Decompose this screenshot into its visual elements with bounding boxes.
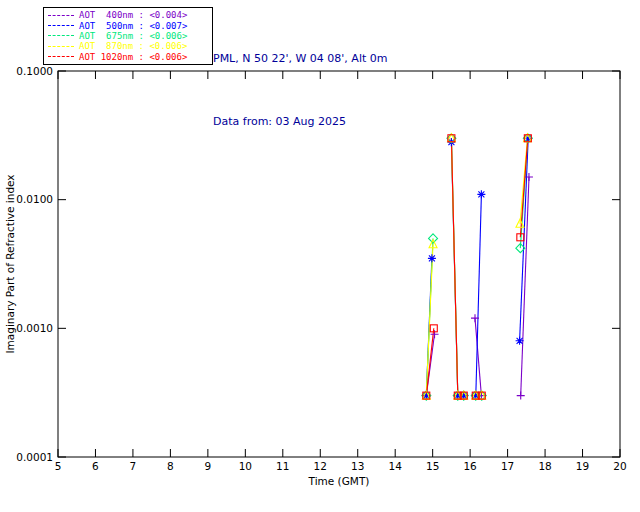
legend-item-label: AOT 675nm : <0.006> bbox=[79, 31, 187, 41]
x-tick-label: 10 bbox=[239, 460, 252, 472]
x-tick-label: 6 bbox=[92, 460, 99, 472]
x-tick-label: 7 bbox=[130, 460, 137, 472]
x-tick-label: 19 bbox=[576, 460, 589, 472]
legend-item-label: AOT 870nm : <0.006> bbox=[79, 41, 187, 51]
x-tick-label: 15 bbox=[426, 460, 439, 472]
series-line-aot-870nm bbox=[451, 138, 463, 395]
series-line-aot-500nm bbox=[451, 142, 463, 396]
y-tick-label: 0.1000 bbox=[16, 65, 53, 77]
x-tick-label: 5 bbox=[55, 460, 62, 472]
marker-asterisk bbox=[516, 337, 524, 345]
y-axis-title: Imaginary Part of Refractive index bbox=[4, 174, 16, 353]
legend-item: AOT 400nm : <0.004> bbox=[48, 10, 208, 20]
x-tick-label: 13 bbox=[351, 460, 364, 472]
series-line-aot-1020nm bbox=[451, 138, 463, 395]
marker-plus bbox=[517, 392, 525, 400]
legend-item: AOT 675nm : <0.006> bbox=[48, 31, 208, 41]
legend-item-label: AOT 500nm : <0.007> bbox=[79, 21, 187, 31]
x-tick-label: 14 bbox=[389, 460, 403, 472]
series-line-aot-675nm bbox=[451, 138, 463, 395]
legend-item: AOT 1020nm : <0.006> bbox=[48, 52, 208, 62]
legend-item: AOT 870nm : <0.006> bbox=[48, 41, 208, 51]
x-tick-label: 17 bbox=[501, 460, 514, 472]
data-date: Data from: 03 Aug 2025 bbox=[213, 111, 387, 132]
legend-line-sample bbox=[48, 35, 74, 36]
x-tick-label: 9 bbox=[205, 460, 212, 472]
legend-item-label: AOT 400nm : <0.004> bbox=[79, 10, 187, 20]
plot-window: AOT 400nm : <0.004>AOT 500nm : <0.007>AO… bbox=[0, 0, 640, 512]
legend-line-sample bbox=[48, 46, 74, 47]
x-tick-label: 20 bbox=[613, 460, 626, 472]
y-tick-label: 0.0100 bbox=[16, 193, 53, 205]
y-tick-label: 0.0010 bbox=[16, 322, 53, 334]
legend-line-sample bbox=[48, 15, 74, 16]
x-tick-label: 18 bbox=[538, 460, 551, 472]
marker-asterisk bbox=[428, 254, 436, 262]
y-tick-label: 0.0001 bbox=[16, 451, 53, 463]
x-tick-label: 12 bbox=[314, 460, 327, 472]
x-tick-label: 8 bbox=[167, 460, 174, 472]
legend-line-sample bbox=[48, 56, 74, 57]
x-tick-label: 11 bbox=[276, 460, 289, 472]
marker-asterisk bbox=[477, 190, 485, 198]
legend: AOT 400nm : <0.004>AOT 500nm : <0.007>AO… bbox=[43, 7, 213, 65]
station-info: PML, N 50 22', W 04 08', Alt 0m bbox=[213, 48, 387, 69]
legend-item: AOT 500nm : <0.007> bbox=[48, 20, 208, 30]
station-header: PML, N 50 22', W 04 08', Alt 0m Data fro… bbox=[213, 6, 387, 174]
legend-item-label: AOT 1020nm : <0.006> bbox=[79, 52, 187, 62]
x-tick-label: 16 bbox=[463, 460, 477, 472]
legend-line-sample bbox=[48, 25, 74, 26]
x-axis-title: Time (GMT) bbox=[308, 475, 370, 487]
